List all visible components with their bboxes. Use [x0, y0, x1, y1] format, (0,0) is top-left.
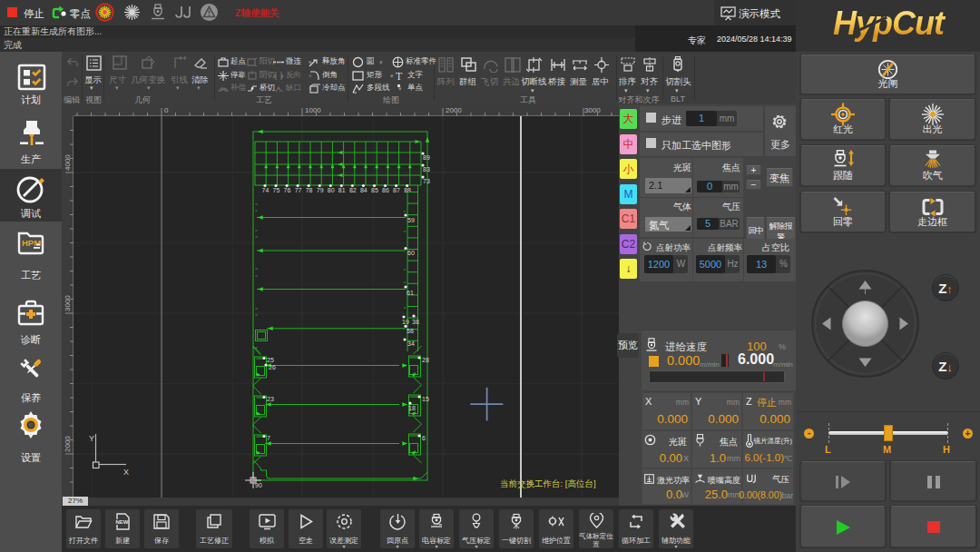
- svg-text:75: 75: [273, 187, 280, 193]
- svg-text:61: 61: [407, 290, 414, 296]
- svg-text:76: 76: [284, 187, 291, 193]
- svg-text:HPM: HPM: [22, 238, 41, 248]
- svg-text:Y: Y: [89, 434, 94, 443]
- svg-text:25: 25: [267, 357, 274, 363]
- svg-text:90: 90: [255, 482, 262, 488]
- svg-text:2000: 2000: [64, 436, 72, 452]
- svg-text:85: 85: [371, 187, 378, 193]
- svg-text:28: 28: [422, 357, 429, 363]
- svg-text:3000: 3000: [64, 295, 72, 311]
- svg-text:86: 86: [382, 187, 389, 193]
- svg-text:3000: 3000: [584, 106, 601, 114]
- svg-text:60: 60: [407, 250, 415, 256]
- svg-text:89: 89: [423, 154, 430, 161]
- svg-text:80: 80: [328, 187, 335, 193]
- svg-text:58: 58: [407, 328, 414, 334]
- svg-text:7: 7: [267, 435, 270, 441]
- svg-text:26: 26: [269, 364, 276, 370]
- svg-text:6: 6: [422, 435, 426, 441]
- svg-text:1000: 1000: [305, 106, 321, 114]
- svg-text:15: 15: [422, 396, 429, 402]
- svg-text:73: 73: [423, 178, 430, 184]
- svg-text:4000: 4000: [64, 154, 72, 171]
- svg-text:83: 83: [423, 166, 430, 172]
- svg-text:X: X: [123, 468, 129, 477]
- svg-text:82: 82: [349, 187, 357, 193]
- svg-text:84: 84: [360, 187, 368, 193]
- svg-text:38: 38: [412, 319, 419, 325]
- svg-text:77: 77: [295, 187, 302, 193]
- svg-text:79: 79: [317, 187, 324, 193]
- svg-text:74: 74: [262, 187, 270, 193]
- svg-text:34: 34: [407, 340, 415, 347]
- svg-text:78: 78: [306, 187, 313, 193]
- svg-text:2000: 2000: [446, 106, 462, 114]
- svg-text:18: 18: [408, 405, 416, 411]
- svg-text:87: 87: [393, 187, 400, 193]
- svg-text:81: 81: [338, 187, 346, 193]
- svg-text:NEW: NEW: [116, 519, 129, 525]
- svg-text:23: 23: [267, 396, 274, 402]
- svg-text:当前交换工作台: [高位台]: 当前交换工作台: [高位台]: [500, 478, 596, 488]
- svg-text:0: 0: [164, 106, 169, 114]
- svg-text:59: 59: [407, 217, 415, 223]
